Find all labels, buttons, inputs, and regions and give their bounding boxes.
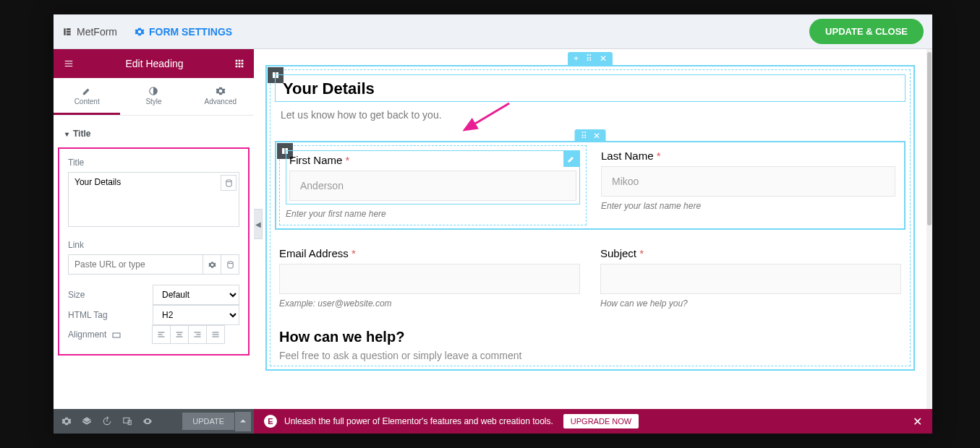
link-dynamic-button[interactable] <box>221 254 239 275</box>
svg-point-1 <box>226 179 231 181</box>
column-main[interactable]: Your Details Let us know how to get back… <box>270 69 911 366</box>
size-select[interactable]: Default <box>153 285 239 305</box>
upgrade-now-button[interactable]: UPGRADE NOW <box>563 414 639 428</box>
last-name-label: Last Name * <box>601 150 895 162</box>
row-email-subject: Email Address * Example: user@website.co… <box>275 247 906 309</box>
pencil-icon <box>82 86 92 96</box>
first-name-label: First Name * <box>289 154 576 166</box>
topbar: MetForm FORM SETTINGS UPDATE & CLOSE <box>54 14 932 49</box>
edit-section-icon[interactable]: ⠿ <box>586 53 592 64</box>
tab-advanced[interactable]: Advanced <box>187 78 254 115</box>
history-icon <box>102 416 112 426</box>
promo-text: Unleash the full power of Elementor's fe… <box>284 416 553 426</box>
last-name-help: Enter your last name here <box>601 201 895 211</box>
sidebar-content: Title Title Your Details Link <box>54 116 254 409</box>
inner-section-names[interactable]: ⠿ ✕ First Name * Enter your fir <box>275 141 906 230</box>
apps-icon[interactable] <box>234 58 245 69</box>
gear-icon <box>61 416 72 426</box>
tab-style[interactable]: Style <box>120 78 187 115</box>
eye-icon <box>142 416 153 426</box>
delete-inner-section-icon[interactable]: ✕ <box>593 131 600 141</box>
responsive-button[interactable] <box>117 411 137 431</box>
htmltag-select[interactable]: H2 <box>153 305 239 325</box>
email-input[interactable] <box>279 264 580 294</box>
navigator-button[interactable] <box>77 411 97 431</box>
form-heading: Your Details <box>283 79 898 98</box>
subject-input[interactable] <box>600 264 901 294</box>
layers-icon <box>82 416 92 426</box>
column-email[interactable]: Email Address * Example: user@website.co… <box>279 247 580 309</box>
update-options-button[interactable] <box>235 412 251 431</box>
collapse-panel-button[interactable]: ◀ <box>254 209 263 239</box>
section-main[interactable]: + ⠿ ✕ Your Details Let us know how to ge… <box>265 65 915 371</box>
heading-widget[interactable]: Your Details <box>275 74 906 102</box>
help-section: How can we help? Feel free to ask a ques… <box>275 329 906 361</box>
column-last-name[interactable]: Last Name * Enter your last name here <box>595 145 901 225</box>
editor-modal: MetForm FORM SETTINGS UPDATE & CLOSE Edi… <box>54 14 932 434</box>
contrast-icon <box>148 86 158 96</box>
canvas-scroll[interactable]: + ⠿ ✕ Your Details Let us know how to ge… <box>254 49 926 409</box>
preview-button[interactable] <box>137 411 158 431</box>
delete-section-icon[interactable]: ✕ <box>600 53 607 64</box>
sidebar: Edit Heading Content Style Advanced <box>54 49 254 434</box>
tab-content[interactable]: Content <box>54 78 120 115</box>
caret-up-icon <box>240 418 246 424</box>
edit-widget-button[interactable] <box>563 151 579 167</box>
responsive-icon <box>122 416 132 426</box>
svg-rect-3 <box>113 333 120 337</box>
form-settings-label: FORM SETTINGS <box>149 26 232 38</box>
gear-icon <box>208 261 216 269</box>
desktop-icon <box>112 332 121 339</box>
link-options-button[interactable] <box>203 254 221 275</box>
section-handle[interactable]: + ⠿ ✕ <box>568 52 613 65</box>
elementor-badge-icon: E <box>264 415 277 428</box>
title-label: Title <box>68 158 239 168</box>
update-button[interactable]: UPDATE <box>182 413 234 430</box>
metform-logo: MetForm <box>62 26 117 38</box>
email-label: Email Address * <box>279 247 580 259</box>
add-section-icon[interactable]: + <box>574 53 579 64</box>
tab-style-label: Style <box>145 98 161 105</box>
first-name-widget[interactable]: First Name * <box>286 150 580 204</box>
edit-inner-section-icon[interactable]: ⠿ <box>581 131 587 141</box>
logo-text: MetForm <box>77 26 117 38</box>
canvas: + ⠿ ✕ Your Details Let us know how to ge… <box>254 49 932 434</box>
help-heading: How can we help? <box>279 329 901 345</box>
inner-section-handle[interactable]: ⠿ ✕ <box>575 129 606 142</box>
first-name-input[interactable] <box>289 171 576 201</box>
section-title[interactable]: Title <box>54 123 254 145</box>
sidebar-title: Edit Heading <box>75 58 234 69</box>
dynamic-tags-button[interactable] <box>221 175 237 191</box>
tab-advanced-label: Advanced <box>205 98 237 105</box>
column-first-name[interactable]: First Name * Enter your first name here <box>279 145 587 225</box>
gear-icon <box>216 86 226 96</box>
align-right-icon <box>193 330 202 339</box>
pencil-icon <box>567 155 576 163</box>
elementor-icon <box>62 27 72 37</box>
database-icon <box>226 261 234 269</box>
align-right-button[interactable] <box>188 325 207 344</box>
svg-rect-8 <box>282 148 285 154</box>
menu-icon[interactable] <box>62 59 75 69</box>
last-name-input[interactable] <box>601 166 895 197</box>
update-close-button[interactable]: UPDATE & CLOSE <box>809 19 924 44</box>
align-center-icon <box>175 330 184 339</box>
gear-icon <box>135 27 145 37</box>
sidebar-footer: UPDATE <box>54 409 254 434</box>
form-settings-link[interactable]: FORM SETTINGS <box>135 26 232 38</box>
close-promo-button[interactable]: ✕ <box>913 415 922 428</box>
settings-button[interactable] <box>56 411 77 431</box>
database-icon <box>225 179 233 187</box>
align-left-icon <box>157 330 166 339</box>
sidebar-header: Edit Heading <box>54 49 254 78</box>
align-center-button[interactable] <box>170 325 189 344</box>
scrollbar[interactable] <box>926 49 932 409</box>
title-input[interactable]: Your Details <box>68 172 239 227</box>
align-left-button[interactable] <box>152 325 171 344</box>
link-input[interactable] <box>68 254 203 275</box>
align-justify-button[interactable] <box>206 325 225 344</box>
svg-point-2 <box>227 261 232 263</box>
column-subject[interactable]: Subject * How can we help you? <box>600 247 901 309</box>
htmltag-label: HTML Tag <box>68 310 153 320</box>
history-button[interactable] <box>97 411 117 431</box>
